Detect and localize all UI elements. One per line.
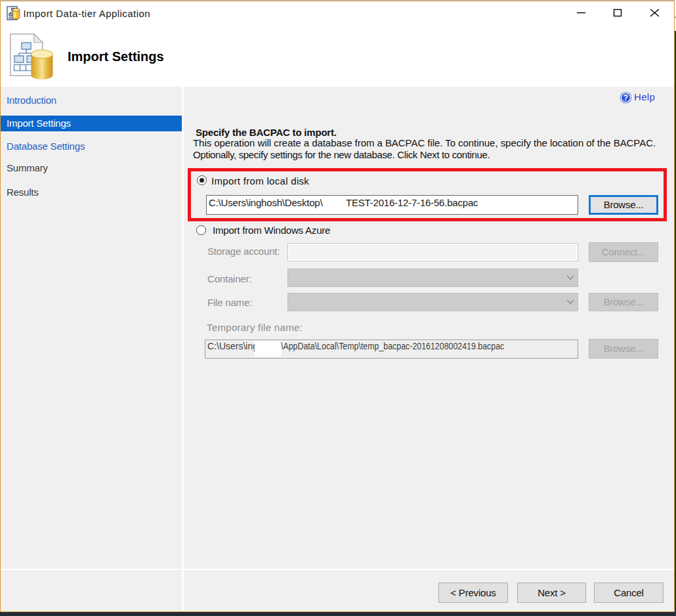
svg-text:?: ? — [623, 93, 628, 102]
